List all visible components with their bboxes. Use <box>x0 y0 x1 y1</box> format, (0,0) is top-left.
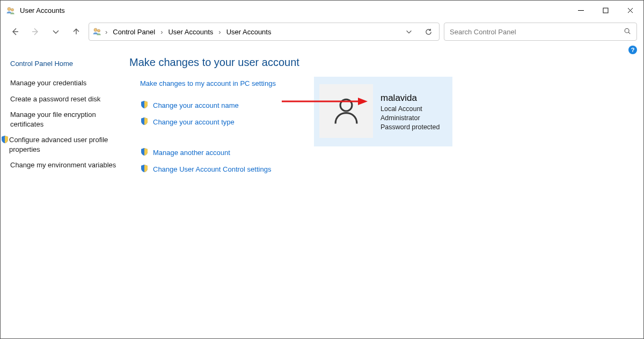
search-input[interactable] <box>450 28 624 36</box>
sidebar: Control Panel Home Manage your credentia… <box>10 54 121 179</box>
chevron-right-icon[interactable]: › <box>160 28 163 36</box>
toolbar: › Control Panel › User Accounts › User A… <box>1 20 643 43</box>
account-name: malavida <box>380 93 440 104</box>
svg-line-11 <box>628 32 630 34</box>
sidebar-item-encryption[interactable]: Manage your file encryption certificates <box>10 107 116 132</box>
task-link-label: Manage another account <box>153 149 230 157</box>
help-row: ? <box>1 43 643 54</box>
svg-point-1 <box>11 9 13 11</box>
breadcrumb-level1[interactable]: User Accounts <box>166 27 215 37</box>
breadcrumb-root[interactable]: Control Panel <box>111 27 157 37</box>
minimize-button[interactable] <box>568 2 593 19</box>
svg-point-8 <box>94 28 97 31</box>
task-manage-another[interactable]: Manage another account <box>129 145 633 162</box>
task-link-label: Change User Account Control settings <box>153 165 271 173</box>
help-icon[interactable]: ? <box>628 46 637 54</box>
task-link-label: Change your account type <box>153 118 235 126</box>
chevron-right-icon[interactable]: › <box>218 28 221 36</box>
svg-rect-3 <box>603 8 608 13</box>
search-icon[interactable] <box>624 27 631 36</box>
svg-point-12 <box>340 99 352 111</box>
sidebar-item-credentials[interactable]: Manage your credentials <box>10 75 116 91</box>
shield-icon <box>140 164 149 174</box>
sidebar-item-reset-disk[interactable]: Create a password reset disk <box>10 91 116 107</box>
close-button[interactable] <box>618 2 642 19</box>
account-role: Administrator <box>380 114 440 123</box>
user-accounts-icon <box>6 5 16 15</box>
svg-point-10 <box>625 28 629 33</box>
sidebar-item-advanced-profile[interactable]: Configure advanced user profile properti… <box>10 132 116 157</box>
sidebar-item-label: Manage your credentials <box>10 78 86 88</box>
svg-point-9 <box>97 29 100 32</box>
breadcrumb-level2[interactable]: User Accounts <box>224 27 274 37</box>
task-link-label: Make changes to my account in PC setting… <box>140 79 276 87</box>
svg-point-0 <box>8 8 11 11</box>
sidebar-item-env-vars[interactable]: Change my environment variables <box>10 157 116 173</box>
maximize-button[interactable] <box>593 2 618 19</box>
back-button[interactable] <box>7 24 23 40</box>
sidebar-item-label: Change my environment variables <box>10 160 116 170</box>
task-uac[interactable]: Change User Account Control settings <box>129 162 633 179</box>
page-title: Make changes to your user account <box>129 54 633 77</box>
chevron-right-icon[interactable]: › <box>105 28 107 36</box>
search-box[interactable] <box>444 23 637 41</box>
account-text: malavida Local Account Administrator Pas… <box>380 93 440 132</box>
main: Control Panel Home Manage your credentia… <box>1 54 643 179</box>
sidebar-item-label: Manage your file encryption certificates <box>10 110 116 129</box>
task-link-label: Change your account name <box>153 101 239 109</box>
account-type: Local Account <box>380 105 440 114</box>
sidebar-item-label: Configure advanced user profile properti… <box>9 135 116 154</box>
recent-locations-button[interactable] <box>48 24 64 40</box>
address-icon <box>92 26 102 38</box>
account-protection: Password protected <box>380 123 440 132</box>
up-button[interactable] <box>68 24 84 40</box>
titlebar: User Accounts <box>1 1 643 20</box>
refresh-button[interactable] <box>421 24 436 39</box>
sidebar-header[interactable]: Control Panel Home <box>10 57 116 75</box>
content: Make changes to your user account Make c… <box>121 54 638 179</box>
account-card: malavida Local Account Administrator Pas… <box>314 77 452 146</box>
sidebar-item-label: Create a password reset disk <box>10 94 100 104</box>
address-bar[interactable]: › Control Panel › User Accounts › User A… <box>89 23 440 41</box>
window-controls <box>568 2 642 19</box>
address-dropdown-button[interactable] <box>401 24 416 39</box>
avatar <box>319 84 373 138</box>
shield-icon <box>140 148 149 158</box>
window-title: User Accounts <box>20 6 65 14</box>
shield-icon <box>140 100 149 110</box>
forward-button[interactable] <box>27 24 43 40</box>
shield-icon <box>1 135 9 144</box>
person-icon <box>331 95 362 127</box>
shield-icon <box>140 117 149 127</box>
